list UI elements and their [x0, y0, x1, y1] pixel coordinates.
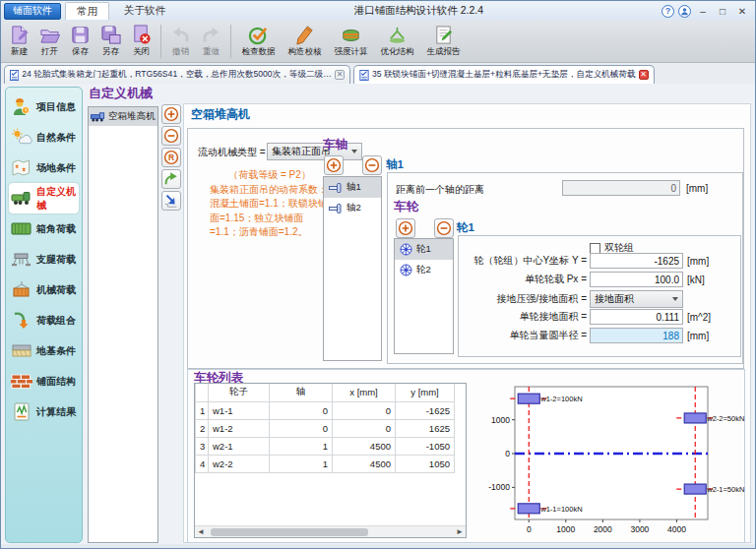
sidebar-item-pavement-structure[interactable]: 铺面结构 — [6, 366, 82, 396]
axle-icon — [329, 182, 343, 194]
close-file-icon — [131, 25, 152, 45]
sidebar-item-outrigger-load[interactable]: 支腿荷载 — [6, 244, 82, 274]
results-report-icon — [11, 402, 32, 421]
account-icon[interactable] — [678, 5, 691, 18]
wheel-load-label: 单轮轮载 Px = — [461, 273, 587, 286]
wheel-chart-svg: -10000100001000200030004000w1-1=100kNw1-… — [487, 371, 749, 540]
check-data-button[interactable]: 检查数据 — [235, 25, 282, 58]
minimize-button[interactable]: – — [695, 4, 711, 18]
help-icon[interactable]: ? — [662, 5, 674, 18]
document-tab-label: 24 轮胎式集装箱龙门起重机，RTG56S41，空载，总作用次数5000次，等级… — [22, 69, 332, 81]
new-file-button[interactable]: 新建 — [4, 25, 34, 58]
wheel-load-input[interactable] — [590, 272, 683, 287]
remove-axle-button[interactable] — [362, 155, 382, 175]
machine-type-label: 流动机械类型 = — [198, 146, 266, 159]
sidebar-item-natural-conditions[interactable]: 自然条件 — [6, 122, 82, 152]
close-button[interactable]: ✕ — [734, 4, 750, 18]
maximize-button[interactable]: □ — [715, 4, 730, 18]
wheel-y-label: 轮（轮组）中心Y坐标 Y = — [461, 254, 587, 268]
close-file-button[interactable]: 关闭 — [126, 25, 157, 58]
window-title: 港口铺面结构设计软件 2.2.4 — [176, 4, 662, 18]
chevron-down-icon — [672, 297, 678, 301]
crane-load-icon — [11, 280, 32, 299]
wheel-y-input[interactable] — [590, 253, 683, 269]
add-axle-button[interactable] — [324, 155, 344, 175]
strength-calc-button[interactable]: 强度计算 — [328, 25, 374, 58]
sidebar-item-foundation[interactable]: 地基条件 — [6, 336, 82, 366]
wheel-icon — [400, 243, 412, 256]
remove-machine-button[interactable] — [161, 126, 181, 146]
redo-button[interactable]: 重做 — [196, 25, 226, 58]
machine-toolbar: R — [161, 104, 181, 211]
undo-button[interactable]: 撤销 — [165, 25, 196, 58]
table-horizontal-scrollbar[interactable]: ◄ ► — [195, 525, 466, 537]
wheel-y-unit: [mm] — [687, 256, 709, 267]
dual-wheel-checkbox[interactable] — [590, 243, 600, 254]
save-button[interactable]: 保存 — [65, 25, 95, 58]
contact-mode-select[interactable]: 接地面积 — [590, 290, 683, 308]
contact-area-input[interactable] — [590, 309, 683, 325]
axle-distance-label: 距离前一个轴的距离 — [396, 183, 484, 197]
scrollbar-thumb[interactable] — [211, 528, 368, 536]
structure-check-button[interactable]: 构造校核 — [282, 25, 328, 58]
document-tab-24[interactable]: 24 轮胎式集装箱龙门起重机，RTG56S41，空载，总作用次数5000次，等级… — [4, 65, 350, 84]
scroll-left-icon[interactable]: ◄ — [195, 526, 207, 538]
export-machine-button[interactable] — [161, 169, 181, 189]
rename-machine-button[interactable]: R — [161, 148, 181, 167]
ribbon-tab-about[interactable]: 关于软件 — [113, 2, 176, 20]
plus-circle-icon — [163, 106, 179, 122]
scroll-right-icon[interactable]: ► — [454, 526, 466, 538]
sidebar-item-load-combination[interactable]: 荷载组合 — [6, 305, 82, 336]
machine-list-item[interactable]: 空箱堆高机 — [89, 107, 158, 126]
ribbon-tab-common[interactable]: 常用 — [65, 2, 109, 20]
row-number-header — [196, 384, 209, 401]
save-as-button[interactable]: 另存 — [95, 25, 126, 58]
check-data-icon — [248, 25, 269, 45]
optimize-structure-button[interactable]: 优化结构 — [374, 25, 420, 58]
tab-close-icon[interactable]: ✕ — [335, 70, 345, 80]
wheel-section-title: 车轮 — [394, 199, 418, 215]
foundation-layers-icon — [11, 341, 32, 360]
add-machine-button[interactable] — [161, 104, 181, 124]
sidebar-item-machine-load[interactable]: 机械荷载 — [6, 274, 82, 305]
tab-close-icon[interactable]: ✕ — [639, 70, 649, 80]
machine-list: 空箱堆高机 — [88, 106, 158, 543]
title-bar: 铺面软件 常用 关于软件 港口铺面结构设计软件 2.2.4 ? – □ ✕ — [1, 1, 755, 21]
contact-mode-label: 接地压强/接地面积 = — [461, 292, 587, 306]
save-as-icon — [100, 25, 121, 45]
svg-text:2000: 2000 — [594, 524, 612, 534]
import-arrow-icon — [163, 193, 179, 209]
equiv-radius-output — [590, 328, 683, 343]
document-tab-35[interactable]: 35 联锁块铺面+切缝混凝土基层+粒料底基层+无垫层，自定义机械荷载 ✕ — [353, 65, 655, 84]
machine-groupbox: 流动机械类型 = 集装箱正面吊 （荷载等级 = P2） 集装箱正面吊的动荷系数：… — [187, 128, 744, 369]
sidebar-item-calc-results[interactable]: 计算结果 — [6, 396, 82, 427]
equiv-radius-label: 单轮当量圆半径 = — [461, 329, 587, 342]
table-row[interactable]: 1 w1-1 0 0 -1625 — [196, 401, 455, 419]
table-row[interactable]: 3 w2-1 1 4500 -1050 — [196, 437, 455, 455]
axle-list-item-2[interactable]: 轴2 — [324, 198, 381, 218]
wheel-list-item-1[interactable]: 轮1 — [395, 239, 453, 260]
remove-wheel-button[interactable] — [434, 218, 454, 238]
import-machine-button[interactable] — [161, 191, 181, 211]
main-area: 项目信息 自然条件 场地条件 自定义机械 箱角荷载 支腿荷载 — [1, 84, 756, 544]
generate-report-button[interactable]: 生成报告 — [420, 25, 467, 58]
axle-distance-input[interactable] — [562, 180, 680, 196]
plus-circle-icon — [398, 220, 413, 236]
redo-icon — [201, 25, 221, 45]
axle-list-item-1[interactable]: 轴1 — [324, 177, 381, 198]
sidebar-item-custom-machine[interactable]: 自定义机械 — [9, 183, 79, 214]
table-row[interactable]: 4 w2-2 1 4500 1050 — [196, 455, 455, 472]
open-file-button[interactable]: 打开 — [34, 25, 65, 58]
weather-icon — [11, 128, 32, 147]
add-wheel-button[interactable] — [396, 218, 415, 238]
load-grade-note: （荷载等级 = P2） — [210, 168, 330, 183]
sidebar-item-site-conditions[interactable]: 场地条件 — [6, 152, 82, 183]
machine-type-select[interactable]: 集装箱正面吊 — [267, 143, 362, 160]
sidebar-item-container-corner-load[interactable]: 箱角荷载 — [6, 214, 82, 244]
document-tab-label: 35 联锁块铺面+切缝混凝土基层+粒料底基层+无垫层，自定义机械荷载 — [372, 69, 636, 81]
table-row[interactable]: 2 w1-2 0 0 1625 — [196, 419, 455, 437]
load-combination-icon — [11, 311, 32, 330]
sidebar-item-project-info[interactable]: 项目信息 — [6, 92, 82, 122]
wheel-list-item-2[interactable]: 轮2 — [395, 260, 453, 280]
app-menu-button[interactable]: 铺面软件 — [4, 3, 61, 20]
